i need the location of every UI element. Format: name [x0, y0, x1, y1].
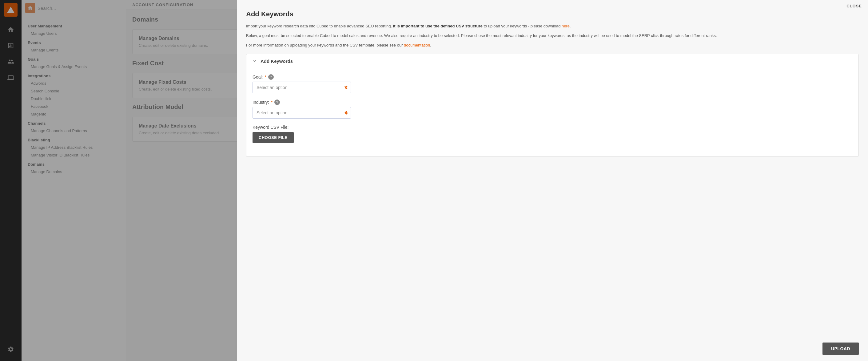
goal-group: Goal: * ? Select an option	[252, 74, 852, 93]
panel-desc-1: Import your keyword research data into C…	[246, 23, 859, 30]
form-card-header[interactable]: Add Keywords	[246, 54, 859, 68]
industry-select[interactable]: Select an option	[252, 107, 351, 118]
goal-label-text: Goal:	[252, 75, 263, 80]
panel-desc-1-bold: It is important to use the defined CSV s…	[393, 24, 483, 28]
panel-desc-1-pre: Import your keyword research data into C…	[246, 24, 393, 28]
panel-title: Add Keywords	[246, 10, 859, 18]
panel-footer: UPLOAD	[237, 339, 868, 361]
panel-desc-1-post: to upload your keywords - please downloa…	[483, 24, 562, 28]
documentation-link[interactable]: documentation	[404, 43, 430, 48]
industry-label: Industry: * ?	[252, 100, 852, 105]
panel-desc-2: Below, a goal must be selected to enable…	[246, 33, 859, 39]
file-label: Keyword CSV File:	[252, 125, 852, 130]
industry-select-wrapper: Select an option	[252, 107, 351, 118]
form-body: Goal: * ? Select an option	[246, 68, 859, 157]
industry-required: *	[271, 100, 273, 105]
choose-file-button[interactable]: CHOOSE FILE	[252, 132, 294, 143]
chevron-icon	[251, 58, 257, 64]
right-panel: CLOSE Add Keywords Import your keyword r…	[237, 0, 868, 361]
here-link[interactable]: here	[562, 24, 570, 28]
file-group: Keyword CSV File: CHOOSE FILE	[252, 125, 852, 143]
goal-required: *	[265, 75, 266, 80]
goal-label: Goal: * ?	[252, 74, 852, 80]
industry-group: Industry: * ? Select an option	[252, 100, 852, 118]
form-card: Add Keywords Goal: * ? Select an option	[246, 54, 859, 157]
panel-body: Add Keywords Import your keyword researc…	[237, 10, 868, 166]
panel-desc-3-pre: For more information on uploading your k…	[246, 43, 404, 48]
panel-close-bar: CLOSE	[237, 0, 868, 10]
panel-desc-3: For more information on uploading your k…	[246, 42, 859, 49]
modal-overlay: CLOSE Add Keywords Import your keyword r…	[0, 0, 868, 361]
goal-select-wrapper: Select an option	[252, 82, 351, 93]
goal-help-icon[interactable]: ?	[268, 74, 274, 80]
industry-help-icon[interactable]: ?	[274, 100, 280, 105]
panel-desc-1-end: .	[570, 24, 571, 28]
goal-select[interactable]: Select an option	[252, 82, 351, 93]
upload-button[interactable]: UPLOAD	[823, 342, 859, 355]
panel-desc-3-end: .	[430, 43, 431, 48]
form-card-title: Add Keywords	[260, 58, 293, 64]
industry-label-text: Industry:	[252, 100, 269, 105]
close-button[interactable]: CLOSE	[846, 4, 862, 8]
